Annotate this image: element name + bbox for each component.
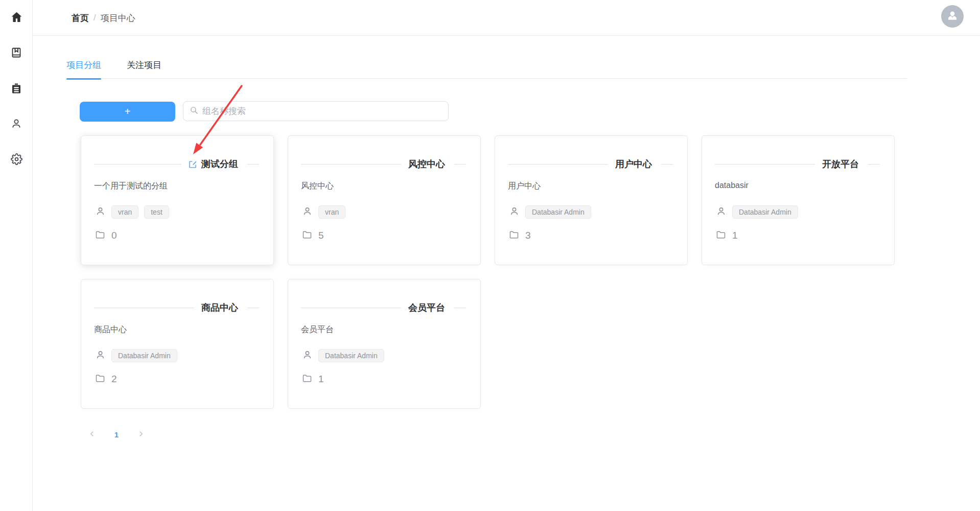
- member-icon: [509, 206, 520, 219]
- project-group-card[interactable]: 会员平台 会员平台 Databasir Admin 1: [288, 279, 481, 409]
- clipboard-icon: [10, 82, 22, 95]
- folder-icon: [95, 373, 105, 385]
- card-header: 商品中心: [94, 299, 259, 316]
- group-count-row: 1: [716, 229, 738, 242]
- member-tag[interactable]: Databasir Admin: [732, 205, 798, 219]
- sidebar-item-users[interactable]: [0, 111, 33, 136]
- project-group-card[interactable]: 开放平台 databasir Databasir Admin 1: [702, 135, 895, 265]
- search-icon: [190, 106, 198, 117]
- divider-line: [94, 164, 181, 165]
- settings-icon: [11, 153, 22, 165]
- member-icon: [95, 350, 106, 362]
- folder-icon: [716, 229, 726, 242]
- tab-project-groups[interactable]: 项目分组: [66, 52, 101, 79]
- chevron-left-icon: [88, 430, 96, 439]
- member-icon: [95, 206, 106, 219]
- card-header: 用户中心: [508, 155, 673, 173]
- card-header: 风控中心: [301, 155, 466, 173]
- pagination-page-1[interactable]: 1: [108, 426, 125, 443]
- main-content: 首页 / 项目中心 项目分组 关注项目 + 测试分组: [33, 0, 980, 511]
- group-count-row: 3: [509, 229, 531, 242]
- user-avatar-icon: [946, 9, 959, 24]
- card-header: 开放平台: [715, 155, 880, 173]
- member-tag[interactable]: test: [144, 205, 169, 219]
- group-search-input[interactable]: [202, 106, 442, 117]
- group-description: 风控中心: [301, 181, 334, 192]
- breadcrumb: 首页 / 项目中心: [72, 0, 135, 36]
- divider-line: [868, 164, 880, 165]
- project-group-grid: 测试分组 一个用于测试的分组 vran test 0 风: [81, 135, 895, 409]
- divider-line: [661, 164, 673, 165]
- member-tag[interactable]: Databasir Admin: [525, 205, 591, 219]
- breadcrumb-current: 项目中心: [101, 12, 135, 24]
- tab-followed-projects[interactable]: 关注项目: [127, 52, 161, 79]
- user-avatar[interactable]: [941, 5, 964, 28]
- group-members-row: vran: [302, 205, 345, 219]
- project-count: 1: [732, 230, 738, 241]
- member-icon: [302, 206, 313, 219]
- divider-line: [715, 164, 815, 165]
- folder-icon: [302, 229, 312, 242]
- page-header: 首页 / 项目中心: [33, 0, 980, 36]
- group-name: 会员平台: [408, 301, 445, 314]
- user-icon: [10, 118, 22, 130]
- group-count-row: 0: [95, 229, 117, 242]
- group-count-row: 5: [302, 229, 324, 242]
- folder-icon: [302, 373, 312, 385]
- project-count: 1: [318, 374, 324, 385]
- divider-line: [454, 308, 466, 308]
- sidebar: [0, 0, 33, 511]
- edit-group-icon[interactable]: [189, 160, 197, 169]
- group-members-row: vran test: [95, 205, 169, 219]
- group-description: 一个用于测试的分组: [94, 181, 168, 192]
- project-count: 0: [111, 230, 117, 241]
- pagination: 1: [84, 426, 149, 443]
- pagination-current-page: 1: [114, 430, 119, 439]
- breadcrumb-separator: /: [94, 13, 96, 23]
- home-icon: [10, 11, 23, 24]
- card-header: 会员平台: [301, 299, 466, 316]
- divider-line: [94, 308, 194, 308]
- sidebar-item-home[interactable]: [0, 5, 33, 29]
- add-group-button[interactable]: +: [80, 102, 175, 122]
- folder-icon: [95, 229, 105, 242]
- divider-line: [247, 164, 259, 165]
- tabbar: 项目分组 关注项目: [66, 52, 907, 79]
- member-tag[interactable]: Databasir Admin: [111, 349, 177, 362]
- group-name: 开放平台: [822, 158, 859, 170]
- group-name: 用户中心: [615, 158, 652, 170]
- member-tag[interactable]: Databasir Admin: [318, 349, 384, 362]
- project-count: 3: [525, 230, 531, 241]
- project-group-card[interactable]: 风控中心 风控中心 vran 5: [288, 135, 481, 265]
- member-tag[interactable]: vran: [111, 205, 138, 219]
- project-group-card[interactable]: 用户中心 用户中心 Databasir Admin 3: [495, 135, 688, 265]
- project-group-card[interactable]: 商品中心 商品中心 Databasir Admin 2: [81, 279, 274, 409]
- group-description: 会员平台: [301, 324, 334, 335]
- group-members-row: Databasir Admin: [95, 349, 177, 363]
- breadcrumb-home[interactable]: 首页: [72, 12, 89, 24]
- divider-line: [247, 308, 259, 308]
- divider-line: [301, 308, 401, 308]
- member-tag[interactable]: vran: [318, 205, 345, 219]
- project-count: 2: [111, 374, 117, 385]
- group-members-row: Databasir Admin: [716, 205, 798, 219]
- group-name: 测试分组: [201, 158, 238, 170]
- group-count-row: 2: [95, 373, 117, 386]
- sidebar-item-documents[interactable]: [0, 40, 33, 65]
- sidebar-item-projects[interactable]: [0, 76, 33, 101]
- group-description: databasir: [715, 181, 749, 190]
- notebook-icon: [10, 47, 22, 59]
- group-name: 商品中心: [201, 301, 238, 314]
- group-members-row: Databasir Admin: [509, 205, 591, 219]
- divider-line: [508, 164, 608, 165]
- pagination-prev-button[interactable]: [84, 426, 100, 443]
- member-icon: [302, 350, 313, 362]
- pagination-next-button[interactable]: [133, 426, 149, 443]
- group-description: 用户中心: [508, 181, 541, 192]
- group-search-box: [183, 101, 449, 121]
- sidebar-item-settings[interactable]: [0, 147, 33, 171]
- divider-line: [301, 164, 401, 165]
- group-name: 风控中心: [408, 158, 445, 170]
- card-header: 测试分组: [94, 155, 259, 173]
- project-group-card[interactable]: 测试分组 一个用于测试的分组 vran test 0: [81, 135, 274, 265]
